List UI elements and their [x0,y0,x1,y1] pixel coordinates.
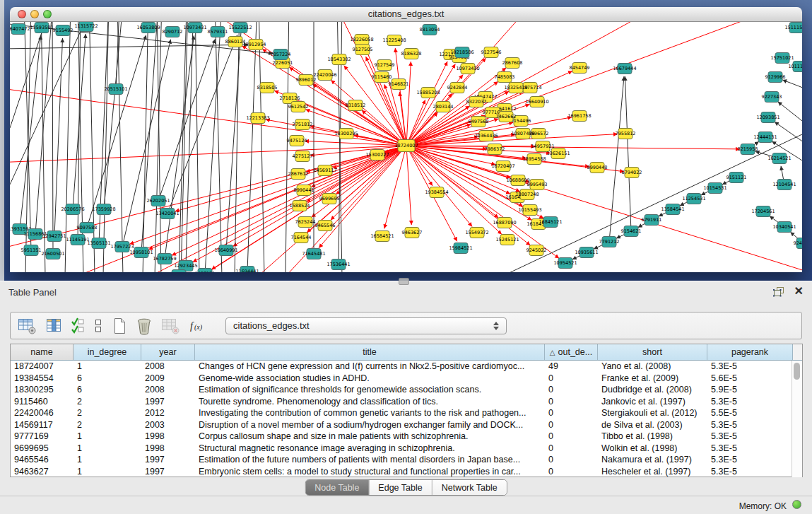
table-row[interactable]: 1830029562008Estimation of significance … [11,384,792,396]
network-node[interactable]: 10340541 [772,222,796,233]
network-node[interactable]: 22420046 [313,70,336,81]
column-header-pagerank[interactable]: pagerank [707,344,793,360]
cell-short[interactable]: Tibbo et al. (1998) [598,431,707,441]
network-node[interactable]: 15111541 [784,23,802,33]
network-node[interactable]: 12104541 [772,180,796,190]
network-node[interactable]: 9154621 [621,226,642,237]
cell-out_degree[interactable]: 0 [545,455,598,465]
network-node[interactable]: 7986372 [485,144,505,155]
table-row[interactable]: 911546021997Tourette syndrome. Phenomeno… [11,396,792,408]
cell-short[interactable]: Jankovic et al. (1997) [598,397,707,407]
cell-year[interactable]: 2003 [141,420,195,430]
network-node[interactable]: 18724007 [394,140,418,152]
cell-title[interactable]: Disruption of a novel member of a sodium… [195,420,545,430]
network-node[interactable]: 9129966 [765,72,786,83]
table-row[interactable]: 1872400712008Changes of HCN gene express… [11,361,792,373]
cell-title[interactable]: Estimation of significance thresholds fo… [195,385,545,395]
network-node[interactable]: 15245121 [495,235,519,245]
cell-title[interactable]: Changes of HCN gene expression and I(f) … [195,361,545,371]
network-node[interactable]: 18300295 [334,129,358,139]
create-table-icon[interactable] [112,315,127,337]
network-node[interactable]: 8186328 [401,49,422,59]
network-node[interactable]: 9699695 [319,194,340,204]
vertical-scrollbar[interactable] [792,361,802,477]
minimize-window-button[interactable] [30,10,39,18]
network-node[interactable]: 16214521 [767,153,791,164]
cell-name[interactable]: 9465546 [11,455,73,465]
cell-name[interactable]: 19384554 [11,373,73,383]
network-node[interactable]: 13505131 [87,238,110,249]
table-row[interactable]: 946554611997Estimation of the future num… [11,454,792,466]
cell-in_degree[interactable]: 1 [73,467,141,477]
panel-resize-grip[interactable] [399,278,409,285]
network-node[interactable]: 18226058 [350,35,373,45]
delete-table-icon[interactable] [136,315,153,337]
cell-name[interactable]: 9699695 [11,443,73,453]
cell-pagerank[interactable]: 5.3E-5 [707,455,792,465]
cell-short[interactable]: Yano et al. (2008) [598,361,707,371]
cell-in_degree[interactable]: 2 [73,408,141,418]
cell-out_degree[interactable]: 0 [545,397,598,407]
cell-title[interactable]: Estimation of the future numbers of pati… [195,455,545,465]
network-node[interactable]: 9465546 [315,221,336,231]
network-node[interactable]: 71645481 [302,249,325,259]
combo-stepper-icon[interactable] [489,322,506,330]
cell-short[interactable]: de Silva et al. (2003) [598,420,707,430]
table-row[interactable]: 946362711997Embryonic stem cells: a mode… [11,466,792,478]
cell-year[interactable]: 1997 [141,467,195,477]
network-node[interactable]: 8990448 [587,163,608,173]
cell-name[interactable]: 22420046 [11,408,73,418]
cell-out_degree[interactable]: 49 [545,361,598,371]
column-header-name[interactable]: name [11,344,73,360]
network-node[interactable]: 2867608 [502,58,523,69]
column-header-title[interactable]: title [195,344,545,360]
cell-year[interactable]: 1998 [141,431,195,441]
cell-year[interactable]: 1997 [141,397,195,407]
cell-short[interactable]: Hescheler et al. (1997) [598,467,707,477]
network-node[interactable]: 17359928 [92,204,115,215]
cell-year[interactable]: 1998 [141,443,195,453]
function-builder-icon[interactable]: f(x) [189,315,207,337]
column-header-in_degree[interactable]: in_degree [73,344,141,360]
tab-node-table[interactable]: Node Table [305,480,369,495]
network-node[interactable]: 16640910 [525,97,548,107]
cell-out_degree[interactable]: 0 [545,467,598,477]
cell-in_degree[interactable]: 1 [73,443,141,453]
table-row[interactable]: 1938455462009Genome-wide association stu… [11,373,792,385]
network-node[interactable]: 11225408 [382,35,406,46]
cell-title[interactable]: Corpus callosum shape and size in male p… [195,431,545,441]
network-node[interactable]: 10111451 [788,62,802,72]
tab-network-table[interactable]: Network Table [433,480,507,495]
network-node[interactable]: 9227343 [762,92,782,103]
network-node[interactable]: 9127549 [375,60,395,71]
table-row[interactable]: 977716911998Corpus callosum shape and si… [11,431,792,443]
network-node[interactable]: 9155492 [53,25,73,36]
network-node[interactable]: 8860124 [225,37,246,47]
network-node[interactable]: 9463627 [402,228,423,238]
cell-pagerank[interactable]: 5.3E-5 [707,443,792,453]
column-preferences-icon[interactable] [45,315,62,337]
network-node[interactable]: 11694441 [235,267,259,273]
cell-title[interactable]: Tourette syndrome. Phenomenology and cla… [195,397,545,407]
cell-name[interactable]: 18300295 [11,385,73,395]
cell-out_degree[interactable]: 0 [545,420,598,430]
cell-short[interactable]: Wolkin et al. (1998) [598,443,707,453]
network-node[interactable]: 13420041 [155,209,179,219]
network-node[interactable]: 7955812 [616,129,636,139]
tab-edge-table[interactable]: Edge Table [369,480,432,495]
network-node[interactable]: 6791911 [642,215,662,226]
network-node[interactable]: 9097588 [77,223,98,233]
row-height-icon[interactable] [93,315,103,337]
table-row[interactable]: 2242004622012Investigating the contribut… [11,407,792,419]
network-node[interactable]: 8813054 [420,25,440,35]
cell-name[interactable]: 9115460 [11,397,73,407]
network-node[interactable]: 18543382 [327,54,351,65]
column-header-short[interactable]: short [598,344,707,360]
network-node[interactable]: 12444131 [753,132,777,143]
network-node[interactable]: 8990441 [294,185,314,196]
network-node[interactable]: 9245021 [794,238,802,249]
network-node[interactable]: 9475124 [287,136,307,146]
network-node[interactable]: 16584521 [370,231,394,242]
network-node[interactable]: 8215958 [738,144,758,155]
network-node[interactable]: 18954588 [522,154,546,165]
